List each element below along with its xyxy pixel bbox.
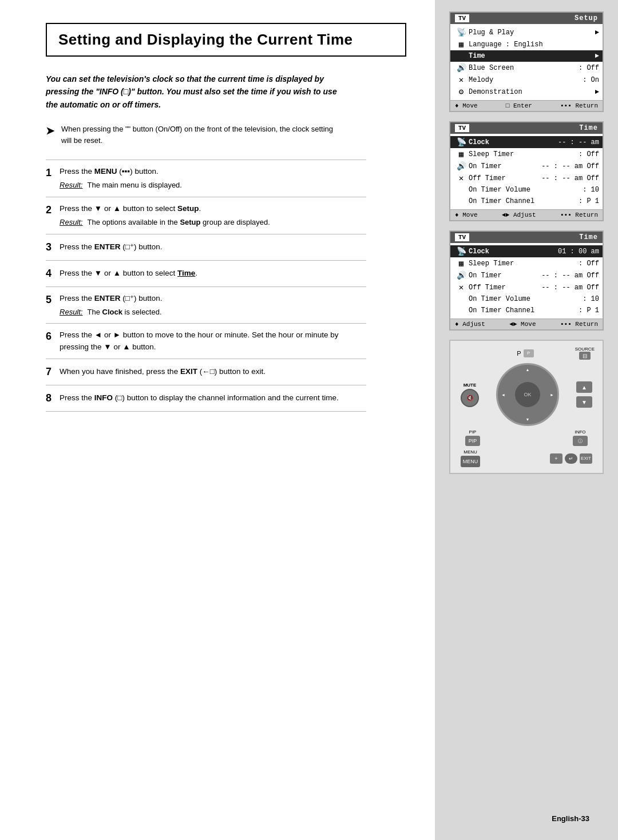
menu-row-remote: MENU MENU + ↵ EXIT: [456, 449, 597, 467]
menu-row: On Timer Channel : P 1: [450, 196, 603, 207]
step-content: Press the ▼ or ▲ button to select Setup.…: [60, 197, 366, 234]
main-content: Setting and Displaying the Current Time …: [0, 0, 435, 840]
remote-p-icon[interactable]: P: [524, 349, 534, 357]
info-label: INFO: [575, 429, 585, 435]
table-row: 1 Press the MENU (▪▪▪) button. Result: T…: [46, 160, 366, 197]
menu-item-value: -- : -- am Off: [541, 284, 599, 292]
intro-paragraph: You can set the television's clock so th…: [46, 73, 343, 111]
tv-footer-2: ♦ Move ◄► Adjust ▪▪▪ Return: [450, 209, 603, 220]
pip-area: PIP PIP: [465, 429, 480, 446]
tv-menu-body-3: 📡 Clock 01 : 00 am ▦ Sleep Timer : Off 🔊…: [450, 243, 603, 319]
menu-item-name: On Timer: [469, 162, 541, 170]
step-content: Press the INFO (□) button to display the…: [60, 385, 366, 411]
menu-row-highlighted: Time ►: [450, 50, 603, 62]
step-instruction: When you have finished, press the EXIT (…: [60, 367, 266, 376]
footer-move: ♦ Move: [455, 102, 478, 109]
panel2-section: Time: [579, 124, 598, 132]
menu-row: ▦ Sleep Timer : Off: [450, 257, 603, 269]
menu-row: 🔊 Blue Screen : Off: [450, 62, 603, 74]
mute-area: MUTE 🔇: [461, 383, 479, 407]
remote-nav-circle[interactable]: ▲ ▼ ◄ ► OK: [496, 363, 559, 426]
step-instruction: Press the ▼ or ▲ button to select Setup.: [60, 204, 201, 213]
tv-label-3: TV: [455, 233, 469, 241]
page-number: English-33: [552, 814, 589, 823]
source-label: SOURCE: [575, 347, 595, 352]
mute-button[interactable]: 🔇: [461, 389, 479, 407]
step-content: Press the MENU (▪▪▪) button. Result: The…: [60, 160, 366, 197]
menu-row-highlighted: 📡 Clock -- : -- am: [450, 136, 603, 148]
step-number: 6: [46, 324, 60, 359]
step-number: 3: [46, 234, 60, 260]
info-button[interactable]: ⓘ: [573, 436, 588, 446]
tv-panel-header-2: TV Time: [450, 122, 603, 134]
tv-footer-3: ♦ Adjust ◄► Move ▪▪▪ Return: [450, 319, 603, 329]
step-number: 1: [46, 160, 60, 197]
menu-area: MENU MENU: [461, 449, 480, 467]
menu-item-value: ►: [595, 29, 599, 37]
step-content: Press the ENTER (□⁺) button.: [60, 234, 366, 260]
menu-item-name: Clock: [469, 138, 558, 146]
table-row: 4 Press the ▼ or ▲ button to select Time…: [46, 260, 366, 286]
step-instruction: Press the ◄ or ► button to move to the h…: [60, 331, 338, 351]
pip-button[interactable]: PIP: [465, 436, 480, 446]
menu-row: 🔊 On Timer -- : -- am Off: [450, 160, 603, 172]
nav-left-icon: ◄: [501, 393, 505, 397]
panel3-section: Time: [579, 233, 598, 241]
page-container: Setting and Displaying the Current Time …: [0, 0, 618, 840]
table-row: 5 Press the ENTER (□⁺) button. Result: T…: [46, 286, 366, 324]
tv-footer-1: ♦ Move □ Enter ▪▪▪ Return: [450, 100, 603, 111]
step-number: 8: [46, 385, 60, 411]
footer-return: ▪▪▪ Return: [560, 212, 598, 218]
result-text: The main menu is displayed.: [87, 180, 181, 191]
menu-icon: 🔊: [454, 63, 469, 73]
menu-item-name: On Timer Channel: [469, 306, 579, 314]
tv-panel-time2: TV Time 📡 Clock 01 : 00 am ▦ Sleep Timer…: [449, 230, 604, 331]
menu-item-name: Blue Screen: [469, 64, 579, 72]
menu-icon: 🔊: [454, 270, 469, 280]
menu-item-value: : Off: [579, 260, 599, 268]
menu-icon: ▦: [454, 258, 469, 268]
menu-row: On Timer Volume : 10: [450, 293, 603, 305]
menu-item-name: Time: [469, 52, 595, 60]
panel1-section: Setup: [575, 14, 598, 22]
arrow-btns: + ↵ EXIT: [550, 453, 592, 464]
tv-panel-setup: TV Setup 📡 Plug & Play ► ▦ Language : En…: [449, 11, 604, 112]
source-icon[interactable]: ⊟: [579, 352, 591, 360]
step-number: 4: [46, 260, 60, 286]
step-number: 2: [46, 197, 60, 234]
table-row: 6 Press the ◄ or ► button to move to the…: [46, 324, 366, 359]
result-label: Result:: [60, 180, 82, 191]
menu-row: 🔊 On Timer -- : -- am Off: [450, 269, 603, 281]
menu-item-value: -- : -- am Off: [541, 162, 599, 170]
step-number: 5: [46, 286, 60, 324]
menu-row: ▦ Sleep Timer : Off: [450, 148, 603, 160]
menu-item-name: On Timer: [469, 272, 541, 280]
table-row: 2 Press the ▼ or ▲ button to select Setu…: [46, 197, 366, 234]
menu-item-value: : P 1: [579, 197, 599, 205]
menu-item-name: Melody: [469, 76, 583, 84]
menu-item-value: : P 1: [579, 306, 599, 314]
nav-center-button[interactable]: OK: [515, 382, 540, 407]
step-instruction: Press the ENTER (□⁺) button.: [60, 242, 162, 251]
menu-label: MENU: [464, 449, 477, 455]
menu-row: ⚙ Demonstration ►: [450, 86, 603, 98]
nav-up-icon: ▲: [526, 368, 530, 372]
exit-btn[interactable]: EXIT: [580, 453, 592, 464]
tv-menu-body-1: 📡 Plug & Play ► ▦ Language : English Tim…: [450, 24, 603, 100]
menu-item-name: Plug & Play: [469, 29, 595, 37]
ch-up-btn[interactable]: ▲: [576, 381, 592, 393]
menu-icon: ⚙: [454, 87, 469, 97]
menu-item-value: ►: [595, 52, 599, 60]
footer-return: ▪▪▪ Return: [560, 102, 598, 109]
menu-icon: 📡: [454, 246, 469, 256]
remote-p-area: P P: [517, 349, 533, 357]
footer-return: ▪▪▪ Return: [560, 321, 598, 328]
menu-item-value: 01 : 00 am: [558, 248, 599, 256]
vol-up-btn[interactable]: +: [550, 453, 562, 464]
menu-item-name: On Timer Volume: [469, 186, 583, 194]
menu-item-name: On Timer Channel: [469, 197, 579, 205]
enter-btn[interactable]: ↵: [565, 453, 577, 464]
result-label: Result:: [60, 306, 82, 318]
menu-button[interactable]: MENU: [461, 456, 480, 467]
ch-down-btn[interactable]: ▼: [576, 396, 592, 408]
